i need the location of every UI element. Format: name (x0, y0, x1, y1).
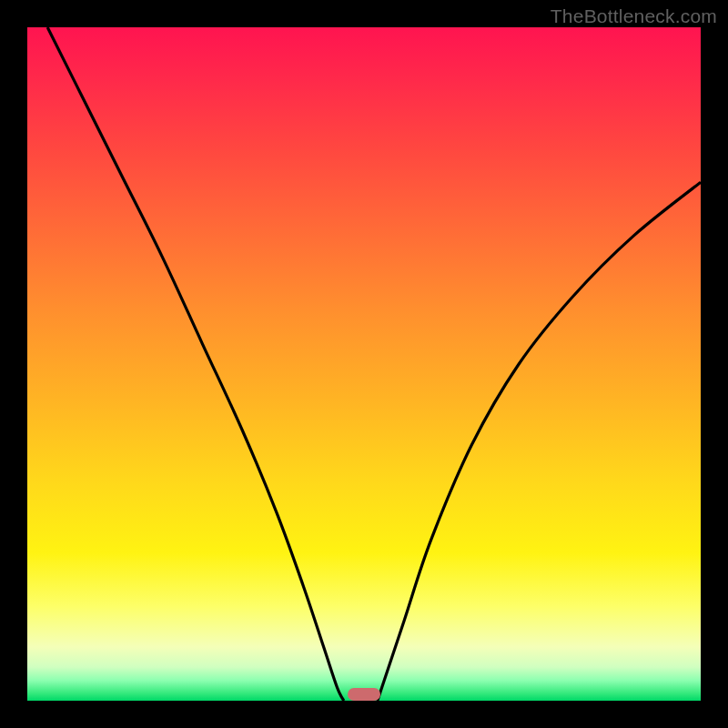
curve-left (47, 27, 344, 701)
chart-container: TheBottleneck.com (0, 0, 728, 728)
curve-right (378, 182, 701, 701)
watermark-text: TheBottleneck.com (551, 5, 717, 27)
plot-area (27, 27, 701, 701)
minimum-marker (348, 688, 380, 701)
curves-svg (27, 27, 701, 701)
